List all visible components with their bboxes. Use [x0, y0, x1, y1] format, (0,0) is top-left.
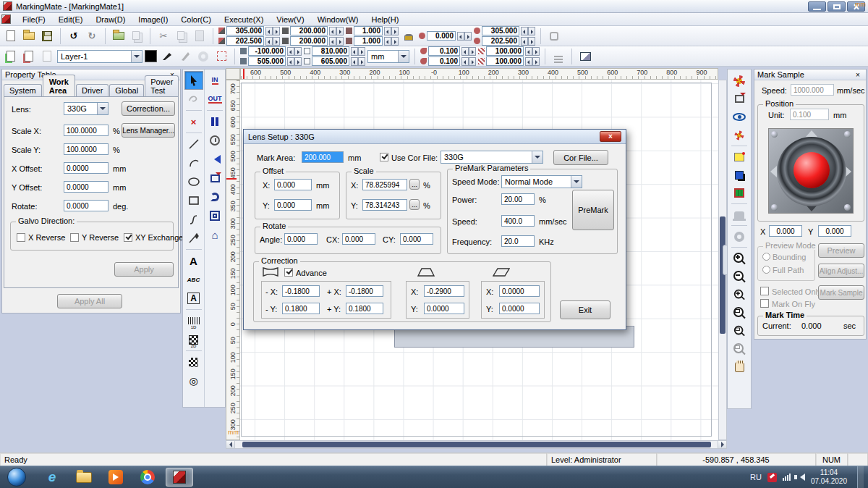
mark-dialog-button[interactable] [730, 90, 749, 108]
power-input[interactable]: 20.00 [501, 193, 535, 205]
layer-new-button[interactable] [3, 49, 19, 64]
height-spinner[interactable] [329, 37, 344, 46]
qrcode-tool[interactable] [184, 353, 203, 371]
line-tool[interactable] [184, 135, 203, 153]
jump-x-spinner[interactable] [461, 47, 476, 56]
menu-item[interactable]: View(V) [270, 14, 310, 25]
menu-item[interactable]: Edit(E) [52, 14, 90, 25]
import-button[interactable] [111, 28, 127, 44]
delay-timer-tool[interactable] [205, 131, 224, 150]
home-tool[interactable]: ⌂ [205, 225, 224, 244]
width-spinner[interactable] [329, 27, 344, 35]
advance-checkbox[interactable] [284, 268, 293, 277]
volume-icon[interactable] [796, 474, 805, 481]
set-position-tool[interactable] [205, 169, 224, 188]
rotate-angle-input[interactable]: 0.000 [427, 31, 456, 41]
jump-x-input[interactable]: 0.100 [428, 46, 460, 56]
cor-file-combo[interactable]: 330G [441, 151, 543, 164]
zoom-page-button[interactable] [730, 303, 749, 321]
dialog-titlebar[interactable]: Lens Setup : 330G × [244, 130, 626, 144]
trap-x-input[interactable]: -0.2900 [424, 285, 464, 297]
tab-global[interactable]: Global [109, 84, 144, 96]
pan-hand-button[interactable] [730, 358, 749, 376]
menu-item[interactable]: Color(C) [174, 14, 218, 25]
show-desktop-button[interactable] [857, 466, 864, 488]
bezier-pen-tool[interactable] [184, 229, 203, 248]
cx-input[interactable]: 0.000 [342, 233, 375, 245]
y-reverse-checkbox[interactable] [70, 233, 79, 242]
mark-sample-close-icon[interactable]: × [853, 71, 863, 79]
mark-area-input[interactable]: 200.000 [302, 151, 344, 163]
speed-mode-arrow-icon[interactable] [571, 176, 582, 188]
digital-in-tool[interactable]: IN [205, 71, 224, 90]
select-tool[interactable] [184, 71, 203, 90]
rotate-input[interactable]: 0.0000 [64, 200, 109, 211]
horizontal-scroll-thumb[interactable] [242, 442, 711, 447]
pos-x-input[interactable]: -0.1800 [346, 285, 383, 297]
arc-tool[interactable] [184, 153, 203, 172]
network-status-icon[interactable] [767, 473, 777, 482]
cor-file-combo-arrow-icon[interactable] [532, 151, 542, 163]
lens-manager-button[interactable]: Lens Manager... [122, 123, 175, 138]
center-y-input[interactable]: 202.500 [482, 36, 519, 46]
position-y-spinner[interactable] [265, 37, 280, 46]
scale-h-spinner[interactable] [384, 37, 399, 46]
open-button[interactable] [21, 28, 37, 44]
new-button[interactable] [3, 28, 19, 44]
tab-power-test[interactable]: Power Test [145, 75, 179, 96]
restore-button[interactable] [827, 1, 846, 12]
undo-button[interactable]: ↺ [66, 28, 82, 44]
menu-item[interactable]: Draw(D) [89, 14, 132, 25]
unit-combo[interactable]: mm [367, 50, 409, 63]
rect-text-tool[interactable]: A [184, 289, 203, 308]
clock[interactable]: 11:04 07.04.2020 [811, 468, 847, 486]
layer-combo-arrow-icon[interactable] [131, 51, 142, 62]
select-frame-icon[interactable] [213, 49, 229, 64]
zoom-in-button[interactable] [730, 249, 749, 267]
position-x-value[interactable]: 0.000 [769, 225, 802, 237]
scale-w-spinner[interactable] [384, 27, 399, 35]
ellipse-tool[interactable] [184, 172, 203, 191]
dialog-close-button[interactable]: × [600, 131, 621, 142]
barcode-2d-tool[interactable]: 2D [184, 330, 203, 349]
lens-combo-arrow-icon[interactable] [97, 103, 108, 114]
zoom-selection-button[interactable] [730, 321, 749, 340]
spiral-tool[interactable]: ◎ [184, 371, 203, 390]
ratio-x-input[interactable]: 100.000 [486, 46, 524, 56]
xy-exchange-checkbox[interactable] [124, 233, 132, 242]
angle-input[interactable]: 0.000 [284, 233, 318, 245]
menu-item[interactable]: Window(W) [311, 14, 365, 25]
position-x-spinner[interactable] [265, 27, 280, 35]
center-x-input[interactable]: 305.000 [482, 26, 519, 35]
center-y-spinner[interactable] [521, 37, 535, 46]
save-button[interactable] [39, 28, 55, 44]
jump-y-spinner[interactable] [461, 57, 476, 66]
x-reverse-checkbox[interactable] [17, 233, 25, 242]
taskbar-chrome-icon[interactable] [134, 468, 161, 487]
joystick-control[interactable] [768, 128, 854, 214]
arc-text-tool[interactable]: ABC [184, 270, 203, 289]
horizontal-scrollbar[interactable] [226, 440, 727, 449]
area-width-spinner[interactable] [351, 47, 365, 56]
preview-eye-button[interactable] [730, 108, 749, 126]
layer-delete-button[interactable] [21, 49, 37, 64]
origin-x-input[interactable]: -100.000 [248, 46, 286, 56]
position-x-input[interactable]: 305.000 [226, 26, 264, 35]
para-x-input[interactable]: 0.0000 [499, 285, 540, 297]
area-height-input[interactable]: 605.000 [312, 56, 349, 66]
quick-mark-button[interactable] [730, 126, 749, 144]
correction-button[interactable]: Correction... [122, 101, 175, 116]
speed-mode-combo[interactable]: Normal Mode [501, 175, 582, 188]
area-height-spinner[interactable] [351, 57, 365, 66]
origin-y-spinner[interactable] [287, 57, 302, 66]
trap-y-input[interactable]: 0.0000 [424, 303, 464, 314]
premark-button[interactable]: PreMark [572, 190, 614, 230]
ratio-y-spinner[interactable] [525, 57, 540, 66]
joystick-left-arrow[interactable] [770, 166, 777, 177]
scroll-right-arrow[interactable] [718, 441, 726, 448]
scale-y-more-button[interactable]: ... [409, 199, 420, 210]
tab-work-area[interactable]: Work Area [43, 75, 75, 97]
height-input[interactable]: 200.000 [290, 36, 328, 46]
menu-item[interactable]: Execute(X) [218, 14, 270, 25]
tab-driver[interactable]: Driver [76, 84, 109, 96]
